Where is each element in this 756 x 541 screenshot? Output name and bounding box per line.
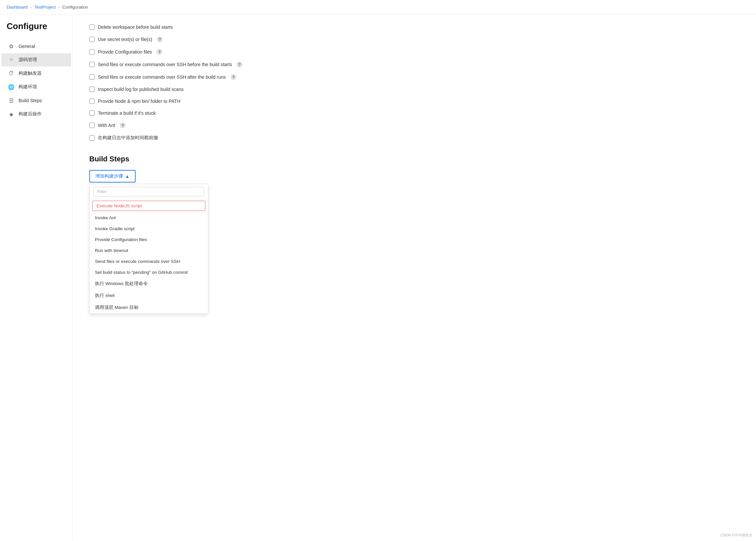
sidebar-label-triggers: 构建触发器 — [19, 70, 42, 76]
help-icon-3[interactable]: ? — [237, 62, 243, 68]
dropdown-arrow-icon: ▲ — [125, 174, 130, 179]
checkbox-5[interactable] — [89, 87, 95, 92]
sidebar: Configure ⚙ General ⑂ 源码管理 ⏱ 构建触发器 🌐 构建环… — [0, 15, 73, 540]
dropdown-item-3[interactable]: Provide Configuration files — [90, 234, 208, 245]
breadcrumb-current: Configuration — [63, 5, 88, 10]
help-icon-2[interactable]: ? — [156, 49, 162, 55]
sidebar-label-source: 源码管理 — [19, 57, 37, 63]
sidebar-item-triggers[interactable]: ⏱ 构建触发器 — [1, 67, 71, 80]
checkbox-1[interactable] — [89, 37, 95, 42]
dropdown-item-8[interactable]: 执行 shell — [90, 290, 208, 301]
checkbox-label-6: Provide Node & npm bin/ folder to PATH — [98, 99, 180, 104]
sidebar-item-post-build[interactable]: ◈ 构建后操作 — [1, 108, 71, 121]
checkbox-label-9: 在构建日志中添加时间戳前缀 — [98, 135, 158, 141]
dropdown-item-0[interactable]: Execute NodeJS script — [92, 201, 205, 211]
sidebar-label-general: General — [19, 44, 35, 49]
checkbox-label-0: Delete workspace before build starts — [98, 24, 173, 30]
checkbox-0[interactable] — [89, 24, 95, 30]
main-content: Delete workspace before build startsUse … — [73, 15, 371, 540]
clock-icon: ⏱ — [8, 70, 15, 77]
add-build-step-button[interactable]: 增加构建步骤 ▲ — [89, 170, 136, 183]
build-step-dropdown: Execute NodeJS scriptInvoke AntInvoke Gr… — [89, 184, 208, 314]
breadcrumb-dashboard[interactable]: Dashboard — [7, 5, 28, 10]
checkbox-label-8: With Ant — [98, 123, 115, 128]
dropdown-item-7[interactable]: 执行 Windows 批处理命令 — [90, 278, 208, 290]
build-steps-title: Build Steps — [89, 155, 357, 163]
checkbox-label-5: Inspect build log for published build sc… — [98, 87, 184, 92]
checkbox-row-2: Provide Configuration files? — [89, 46, 357, 58]
checkbox-row-1: Use secret text(s) or file(s)? — [89, 33, 357, 46]
gear-icon: ⚙ — [8, 43, 15, 50]
checkbox-row-4: Send files or execute commands over SSH … — [89, 71, 357, 83]
checkbox-row-8: With Ant? — [89, 119, 357, 132]
dropdown-item-4[interactable]: Run with timeout — [90, 245, 208, 256]
dropdown-item-5[interactable]: Send files or execute commands over SSH — [90, 256, 208, 267]
add-build-step-label: 增加构建步骤 — [95, 173, 123, 179]
breadcrumb-project[interactable]: TestProject — [34, 5, 56, 10]
sidebar-item-env[interactable]: 🌐 构建环境 — [1, 80, 71, 94]
checkbox-list: Delete workspace before build startsUse … — [89, 21, 357, 144]
globe-icon: 🌐 — [8, 84, 15, 90]
checkbox-6[interactable] — [89, 99, 95, 104]
checkbox-row-5: Inspect build log for published build sc… — [89, 83, 357, 95]
filter-container — [90, 184, 208, 200]
sidebar-item-build-steps[interactable]: ☰ Build Steps — [1, 94, 71, 107]
sidebar-item-source[interactable]: ⑂ 源码管理 — [1, 53, 71, 67]
checkbox-label-4: Send files or execute commands over SSH … — [98, 74, 226, 80]
checkbox-label-2: Provide Configuration files — [98, 49, 152, 55]
help-icon-8[interactable]: ? — [120, 122, 126, 128]
breadcrumb: Dashboard › TestProject › Configuration — [0, 0, 756, 15]
dropdown-item-6[interactable]: Set build status to "pending" on GitHub … — [90, 267, 208, 278]
sidebar-label-build-steps: Build Steps — [19, 98, 42, 103]
dropdown-item-9[interactable]: 调用顶层 Maven 目标 — [90, 301, 208, 313]
dropdown-item-1[interactable]: Invoke Ant — [90, 212, 208, 223]
checkbox-row-0: Delete workspace before build starts — [89, 21, 357, 33]
checkbox-row-9: 在构建日志中添加时间戳前缀 — [89, 132, 357, 144]
checkbox-4[interactable] — [89, 74, 95, 80]
branch-icon: ⑂ — [8, 57, 15, 63]
sidebar-title: Configure — [0, 21, 72, 39]
help-icon-4[interactable]: ? — [231, 74, 237, 80]
checkbox-2[interactable] — [89, 49, 95, 55]
watermark: CSDN ©不叫猪先生 — [721, 533, 753, 538]
checkbox-label-1: Use secret text(s) or file(s) — [98, 37, 152, 42]
filter-input[interactable] — [94, 187, 204, 197]
list-icon: ☰ — [8, 97, 15, 104]
checkbox-3[interactable] — [89, 62, 95, 67]
sidebar-item-general[interactable]: ⚙ General — [1, 40, 71, 53]
checkbox-row-3: Send files or execute commands over SSH … — [89, 58, 357, 71]
checkbox-row-6: Provide Node & npm bin/ folder to PATH — [89, 95, 357, 107]
add-build-step-container: 增加构建步骤 ▲ Execute NodeJS scriptInvoke Ant… — [89, 170, 136, 183]
post-build-icon: ◈ — [8, 111, 15, 117]
sidebar-label-env: 构建环境 — [19, 84, 37, 90]
sidebar-label-post-build: 构建后操作 — [19, 111, 42, 117]
checkbox-8[interactable] — [89, 123, 95, 128]
checkbox-9[interactable] — [89, 135, 95, 141]
checkbox-label-7: Terminate a build if it's stuck — [98, 111, 156, 116]
checkbox-7[interactable] — [89, 111, 95, 116]
checkbox-row-7: Terminate a build if it's stuck — [89, 107, 357, 119]
help-icon-1[interactable]: ? — [157, 36, 163, 42]
dropdown-item-2[interactable]: Invoke Gradle script — [90, 223, 208, 234]
checkbox-label-3: Send files or execute commands over SSH … — [98, 62, 232, 67]
